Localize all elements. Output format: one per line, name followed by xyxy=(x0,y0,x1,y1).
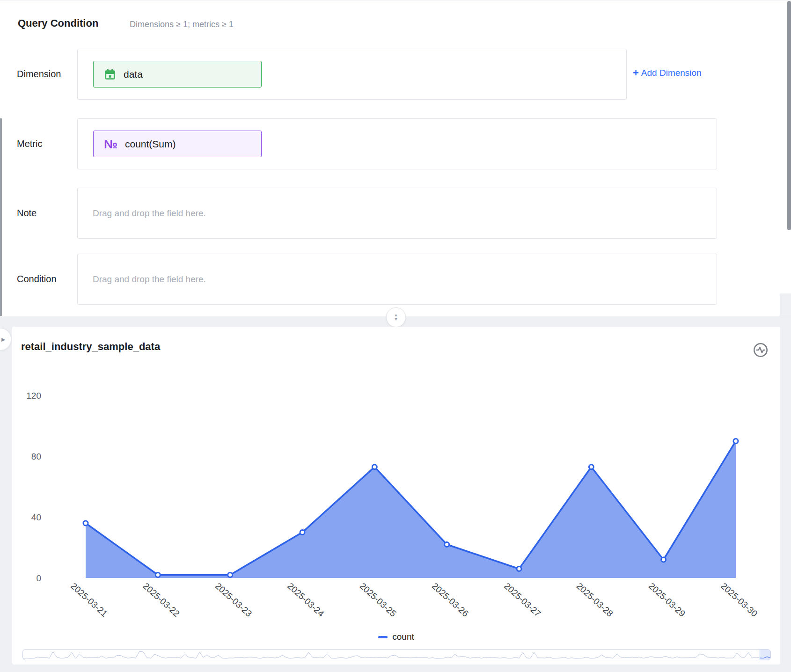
chevron-right-icon: ▶ xyxy=(1,336,5,343)
y-tick-label: 80 xyxy=(31,452,41,461)
legend-item-count[interactable]: count xyxy=(12,632,780,642)
data-point-marker xyxy=(589,465,593,469)
chart-card: retail_industry_sample_data 040801202025… xyxy=(12,327,780,665)
query-condition-panel: Query Condition Dimensions ≥ 1; metrics … xyxy=(0,0,791,316)
chart-plot-area: 040801202025-03-212025-03-222025-03-2320… xyxy=(12,327,780,665)
y-tick-label: 120 xyxy=(26,391,41,401)
add-dimension-button[interactable]: + Add Dimension xyxy=(633,68,716,78)
condition-placeholder: Drag and drop the field here. xyxy=(93,274,206,285)
data-point-marker xyxy=(228,573,233,577)
condition-dropzone[interactable]: Drag and drop the field here. xyxy=(77,254,717,305)
data-point-marker xyxy=(517,567,521,571)
data-point-marker xyxy=(372,465,377,469)
x-tick-label: 2025-03-29 xyxy=(647,581,687,619)
note-label: Note xyxy=(17,208,37,219)
legend-label: count xyxy=(392,632,414,642)
x-tick-label: 2025-03-21 xyxy=(69,581,109,619)
datazoom-slider[interactable] xyxy=(22,649,771,660)
vertical-scrollbar[interactable] xyxy=(787,1,791,230)
x-tick-label: 2025-03-24 xyxy=(286,581,326,619)
x-tick-label: 2025-03-23 xyxy=(213,581,254,619)
panel-subtitle: Dimensions ≥ 1; metrics ≥ 1 xyxy=(130,20,234,29)
data-point-marker xyxy=(661,557,666,562)
add-dimension-label: Add Dimension xyxy=(641,68,702,78)
data-point-marker xyxy=(733,439,738,444)
data-point-marker xyxy=(300,530,305,535)
legend-line-icon xyxy=(378,636,388,638)
datazoom-selected-window[interactable] xyxy=(760,650,770,660)
plus-icon: + xyxy=(633,68,639,78)
calendar-icon xyxy=(104,68,116,80)
page-gutter xyxy=(780,293,791,316)
datazoom-sparkline xyxy=(23,650,770,660)
note-dropzone[interactable]: Drag and drop the field here. xyxy=(77,188,717,239)
x-tick-label: 2025-03-26 xyxy=(430,581,470,619)
note-placeholder: Drag and drop the field here. xyxy=(93,208,206,219)
dimension-chip-label: data xyxy=(124,69,143,80)
data-point-marker xyxy=(83,521,88,526)
data-point-marker xyxy=(445,542,449,547)
panel-title: Query Condition xyxy=(18,17,98,29)
y-tick-label: 40 xyxy=(31,512,41,522)
x-tick-label: 2025-03-25 xyxy=(358,581,398,619)
metric-chip-count-sum[interactable]: № count(Sum) xyxy=(93,131,262,157)
caret-down-icon: ▼ xyxy=(394,317,398,321)
metric-dropzone[interactable]: № count(Sum) xyxy=(77,118,717,169)
expand-left-panel-button[interactable]: ▶ xyxy=(0,328,11,351)
left-panel-scrollbar[interactable] xyxy=(0,118,2,316)
metric-label: Metric xyxy=(17,139,42,149)
panel-resize-handle[interactable]: ▲ ▼ xyxy=(386,307,406,327)
condition-label: Condition xyxy=(17,274,57,285)
dimension-dropzone[interactable]: data xyxy=(77,49,627,100)
x-tick-label: 2025-03-28 xyxy=(575,581,615,619)
x-tick-label: 2025-03-27 xyxy=(502,581,542,619)
numero-icon: № xyxy=(104,138,117,150)
y-tick-label: 0 xyxy=(36,573,41,583)
dimension-label: Dimension xyxy=(17,69,61,80)
metric-chip-label: count(Sum) xyxy=(125,139,176,150)
x-tick-label: 2025-03-22 xyxy=(141,581,182,619)
dimension-chip-data[interactable]: data xyxy=(93,61,262,88)
area-fill xyxy=(86,441,736,578)
data-point-marker xyxy=(155,573,160,577)
x-tick-label: 2025-03-30 xyxy=(719,581,759,619)
